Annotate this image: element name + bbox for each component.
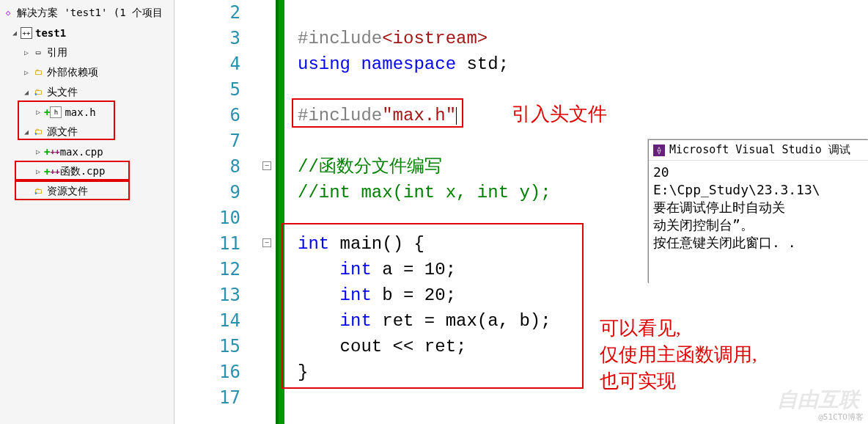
console-output: 20 E:\Cpp_Study\23.3.13\ 要在调试停止时自动关 动关闭控… bbox=[649, 161, 868, 255]
ln: 3 bbox=[174, 26, 240, 51]
ln: 5 bbox=[174, 77, 240, 103]
hl-box-funccpp bbox=[15, 180, 130, 200]
max-cpp-label: max.cpp bbox=[60, 146, 103, 158]
solution-explorer: ◇ 解决方案 'test1' (1 个项目 ◢ ++ test1 ▷ ▭ 引用 … bbox=[0, 0, 174, 424]
ln: 7 bbox=[174, 128, 240, 154]
folder-icon: 🗀 bbox=[32, 67, 44, 78]
hl-box-include bbox=[292, 98, 463, 128]
headers-node[interactable]: ◢ 🗀▾ 头文件 bbox=[0, 82, 174, 102]
solution-label: 解决方案 'test1' (1 个项目 bbox=[17, 7, 163, 20]
solution-icon: ◇ bbox=[2, 7, 14, 19]
ln: 12 bbox=[174, 257, 240, 282]
code-line: //int max(int x, int y); bbox=[298, 180, 551, 205]
project-label: test1 bbox=[35, 27, 66, 39]
code-line: using namespace std; bbox=[298, 51, 551, 77]
external-label: 外部依赖项 bbox=[47, 66, 98, 79]
ln: 15 bbox=[174, 334, 240, 359]
ln: 8 bbox=[174, 154, 240, 180]
code-line: //函数分文件编写 bbox=[298, 154, 551, 180]
refs-label: 引用 bbox=[47, 46, 67, 59]
expand-arrow[interactable]: ▷ bbox=[34, 147, 43, 156]
code-line bbox=[298, 128, 551, 154]
ln: 2 bbox=[174, 0, 240, 26]
ln: 16 bbox=[174, 359, 240, 385]
vs-icon: ⟠ bbox=[653, 145, 665, 156]
console-window[interactable]: ⟠ Microsoft Visual Studio 调试 20 E:\Cpp_S… bbox=[648, 139, 868, 283]
collapse-column: − − bbox=[254, 0, 279, 424]
anno-cansee: 可以看见, bbox=[600, 315, 681, 341]
ln: 4 bbox=[174, 51, 240, 77]
code-line bbox=[298, 385, 551, 411]
watermark-logo: 自由互联 bbox=[777, 386, 859, 414]
project-icon: ++ bbox=[21, 27, 32, 39]
collapse-arrow[interactable]: ◢ bbox=[22, 88, 31, 97]
external-node[interactable]: ▷ 🗀 外部依赖项 bbox=[0, 62, 174, 82]
console-titlebar[interactable]: ⟠ Microsoft Visual Studio 调试 bbox=[649, 140, 868, 161]
refs-icon: ▭ bbox=[32, 47, 44, 59]
ln: 9 bbox=[174, 180, 240, 205]
cpp-icon: ++ bbox=[50, 147, 59, 156]
code-line: #include<iostream> bbox=[298, 26, 551, 51]
ln: 17 bbox=[174, 385, 240, 411]
collapse-toggle[interactable]: − bbox=[262, 161, 271, 170]
watermark-text: @51CTO博客 bbox=[818, 412, 864, 423]
code-editor[interactable]: 2 3 4 5 6 7 8 9 10 11 12 13 14 15 16 17 … bbox=[174, 0, 868, 424]
expand-arrow[interactable]: ▷ bbox=[22, 68, 31, 77]
collapse-arrow[interactable]: ◢ bbox=[10, 29, 19, 37]
solution-node[interactable]: ◇ 解决方案 'test1' (1 个项目 bbox=[0, 3, 174, 23]
refs-node[interactable]: ▷ ▭ 引用 bbox=[0, 43, 174, 62]
anno-alsoworks: 也可实现 bbox=[600, 368, 676, 394]
folder-icon: 🗀▾ bbox=[32, 87, 44, 98]
headers-label: 头文件 bbox=[47, 86, 78, 99]
ln: 10 bbox=[174, 205, 240, 231]
console-title-text: Microsoft Visual Studio 调试 bbox=[669, 143, 850, 157]
ln: 6 bbox=[174, 103, 240, 128]
line-gutter: 2 3 4 5 6 7 8 9 10 11 12 13 14 15 16 17 bbox=[174, 0, 254, 424]
collapse-toggle[interactable]: − bbox=[262, 238, 271, 247]
added-icon: + bbox=[44, 146, 50, 158]
anno-onlymain: 仅使用主函数调用, bbox=[600, 342, 757, 368]
ln: 11 bbox=[174, 231, 240, 257]
project-node[interactable]: ◢ ++ test1 bbox=[0, 23, 174, 43]
anno-include: 引入头文件 bbox=[512, 101, 607, 127]
hl-box-main bbox=[282, 223, 584, 389]
expand-arrow[interactable]: ▷ bbox=[22, 48, 31, 57]
max-cpp-node[interactable]: ▷ + ++ max.cpp bbox=[0, 142, 174, 161]
code-line bbox=[298, 0, 551, 26]
ln: 13 bbox=[174, 282, 240, 308]
hl-box-maxcpp bbox=[15, 161, 130, 180]
ln: 14 bbox=[174, 308, 240, 334]
hl-box-headers bbox=[18, 100, 115, 140]
